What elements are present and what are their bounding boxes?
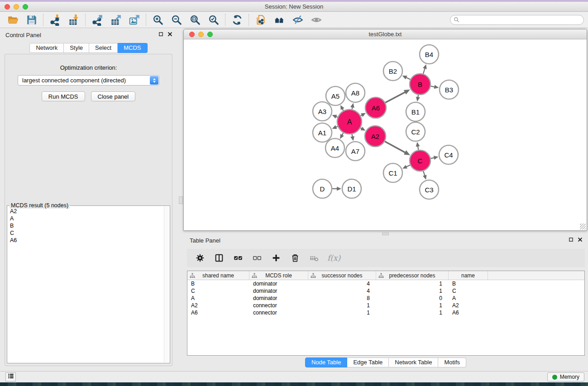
minimize-window-button[interactable] <box>14 4 19 10</box>
node-A1[interactable]: A1 <box>313 123 332 142</box>
table-row[interactable]: A2connector11A2 <box>187 302 584 309</box>
zoom-out-icon[interactable] <box>167 13 186 27</box>
open-folder-icon[interactable] <box>4 13 22 27</box>
window-resize-grip[interactable] <box>580 224 586 229</box>
node-C2[interactable]: C2 <box>406 122 425 141</box>
node-C4[interactable]: C4 <box>439 145 458 164</box>
refresh-icon[interactable] <box>228 13 246 27</box>
add-column-icon[interactable] <box>270 252 282 264</box>
desktop-wallpaper-bottom <box>0 382 588 386</box>
network-close-button[interactable] <box>189 32 195 37</box>
vertical-divider-grip[interactable] <box>179 196 183 204</box>
column-header-MCDS-role[interactable]: MCDS role <box>249 271 308 280</box>
svg-text:D: D <box>320 185 325 193</box>
task-history-button[interactable] <box>5 372 16 381</box>
edge-A2-C[interactable] <box>385 142 406 153</box>
node-A[interactable]: A <box>337 110 362 134</box>
node-C[interactable]: C <box>410 150 430 171</box>
close-panel-icon[interactable] <box>167 32 172 37</box>
node-A3[interactable]: A3 <box>313 102 332 121</box>
memory-button[interactable]: Memory <box>547 372 584 381</box>
export-network-icon[interactable] <box>88 13 106 27</box>
zoom-selected-icon[interactable] <box>204 13 223 27</box>
column-header-successor-nodes[interactable]: successor nodes <box>308 271 376 280</box>
network-minimize-button[interactable] <box>198 32 204 37</box>
tab-edge-table[interactable]: Edge Table <box>347 357 389 367</box>
search-input[interactable] <box>459 16 583 24</box>
node-A2[interactable]: A2 <box>365 126 386 147</box>
table-row[interactable]: Cdominator41C <box>187 287 584 295</box>
tab-node-table[interactable]: Node Table <box>305 357 348 367</box>
close-table-panel-icon[interactable] <box>578 237 583 242</box>
column-header-shared-name[interactable]: shared name <box>187 271 249 280</box>
column-header-predecessor-nodes[interactable]: predecessor nodes <box>376 271 449 280</box>
result-item[interactable]: A <box>10 215 161 222</box>
duplicate-network-icon[interactable] <box>251 13 270 27</box>
node-B[interactable]: B <box>410 74 430 95</box>
result-item[interactable]: C <box>10 229 161 237</box>
result-item[interactable]: A2 <box>10 208 161 215</box>
criterion-select[interactable]: largest connected component (directed) <box>18 75 159 86</box>
tab-mcds[interactable]: MCDS <box>118 43 147 53</box>
tab-motifs[interactable]: Motifs <box>438 357 466 367</box>
table-cell: C <box>449 287 488 295</box>
function-builder-icon[interactable]: f(x) <box>327 253 340 262</box>
node-B4[interactable]: B4 <box>420 45 439 64</box>
float-table-panel-icon[interactable] <box>569 237 574 242</box>
node-D[interactable]: D <box>313 179 332 198</box>
result-item[interactable]: A6 <box>10 237 161 244</box>
node-B3[interactable]: B3 <box>440 80 459 99</box>
node-C3[interactable]: C3 <box>420 180 439 199</box>
import-table-icon[interactable] <box>64 13 83 27</box>
table-row[interactable]: Adominator80A <box>187 295 584 302</box>
table-row[interactable]: Bdominator41B <box>187 280 584 287</box>
node-B2[interactable]: B2 <box>383 62 402 81</box>
tab-network-table[interactable]: Network Table <box>389 357 438 367</box>
delete-column-icon[interactable] <box>289 252 301 264</box>
toolbar-separator <box>225 14 225 26</box>
network-zoom-button[interactable] <box>207 32 213 37</box>
table-row[interactable]: A6connector11A6 <box>187 309 584 316</box>
float-panel-icon[interactable] <box>158 32 163 37</box>
import-network-icon[interactable] <box>46 13 64 27</box>
select-all-icon[interactable] <box>232 252 244 264</box>
arrowhead-C-C4 <box>434 156 439 160</box>
close-window-button[interactable] <box>5 4 10 10</box>
node-table: shared nameMCDS rolesuccessor nodesprede… <box>187 271 585 356</box>
gear-icon[interactable] <box>194 252 206 264</box>
show-panels-icon[interactable] <box>307 13 325 27</box>
home-icon[interactable] <box>270 13 288 27</box>
export-image-icon[interactable] <box>125 13 143 27</box>
node-A5[interactable]: A5 <box>326 86 345 105</box>
zoom-window-button[interactable] <box>23 4 28 10</box>
node-A4[interactable]: A4 <box>325 138 344 157</box>
zoom-fit-icon[interactable] <box>186 13 204 27</box>
horizontal-divider-grip[interactable] <box>382 232 389 235</box>
edge-B-B4[interactable] <box>423 68 425 74</box>
tab-style[interactable]: Style <box>64 43 89 53</box>
network-canvas[interactable]: AA1A2A3A4A5A6A7A8BB1B2B3B4CC1C2C3C4DD1 <box>184 39 587 230</box>
node-A7[interactable]: A7 <box>346 142 365 161</box>
search-field[interactable] <box>450 15 584 25</box>
result-scrollbar[interactable] <box>164 206 169 362</box>
run-mcds-button[interactable]: Run MCDS <box>42 91 85 101</box>
edge-A6-B[interactable] <box>385 92 406 103</box>
column-header-name[interactable]: name <box>449 271 488 280</box>
split-view-icon[interactable] <box>213 252 225 264</box>
close-panel-button[interactable]: Close panel <box>91 91 136 101</box>
deselect-all-icon[interactable] <box>251 252 263 264</box>
tab-select[interactable]: Select <box>89 43 118 53</box>
node-B1[interactable]: B1 <box>406 102 425 121</box>
node-D1[interactable]: D1 <box>342 179 361 198</box>
node-C1[interactable]: C1 <box>383 163 402 182</box>
result-item[interactable]: B <box>10 222 161 229</box>
tab-network[interactable]: Network <box>29 43 64 53</box>
export-table-icon[interactable] <box>106 13 125 27</box>
zoom-in-icon[interactable] <box>148 13 167 27</box>
control-panel-tabs: NetworkStyleSelectMCDS <box>0 43 177 53</box>
save-session-icon[interactable] <box>22 13 41 27</box>
hide-panels-icon[interactable] <box>288 13 307 27</box>
delete-table-icon[interactable] <box>308 252 320 264</box>
node-A8[interactable]: A8 <box>346 83 365 102</box>
node-A6[interactable]: A6 <box>365 97 386 118</box>
